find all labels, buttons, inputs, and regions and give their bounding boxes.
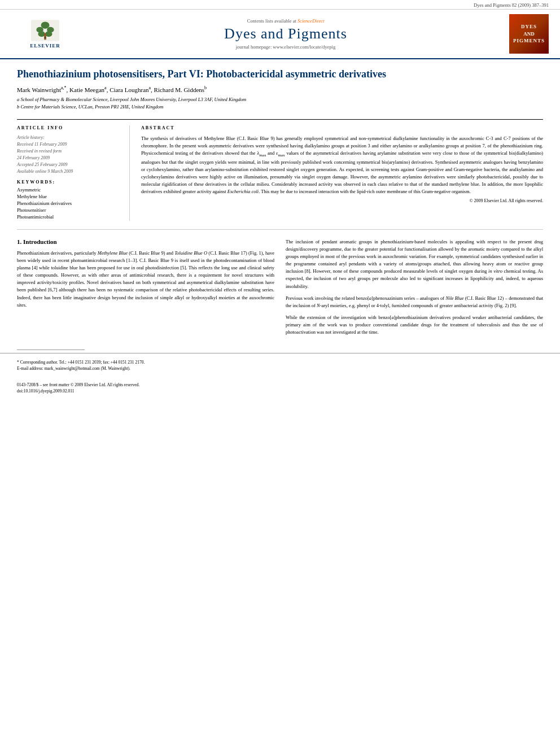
sciencedirect-line: Contents lists available at ScienceDirec… bbox=[85, 18, 487, 24]
in-vitro-italic: in vitro bbox=[488, 268, 502, 274]
footer-area: * Corresponding author. Tel.: +44 0151 2… bbox=[0, 353, 560, 381]
intro-right-para-3: While the extension of the investigation… bbox=[286, 314, 543, 337]
history-label: Article history: bbox=[17, 135, 121, 140]
affil-sup-a2: a bbox=[104, 85, 107, 90]
methylene-blue-italic: Methylene Blue bbox=[98, 250, 128, 256]
symmetrical-word: symmetrical bbox=[325, 136, 348, 141]
elsevier-text-label: ELSEVIER bbox=[30, 43, 60, 49]
ecoli-text: Escherichia coli bbox=[228, 189, 259, 194]
svg-rect-6 bbox=[44, 33, 46, 40]
keyword-2: Methylene blue bbox=[17, 194, 121, 199]
journal-header-center: Contents lists available at ScienceDirec… bbox=[85, 18, 487, 50]
intro-left-col: 1. Introduction Phenothiazinium derivati… bbox=[17, 238, 274, 341]
content-area: Phenothiazinium photosensitisers, Part V… bbox=[0, 59, 560, 350]
elsevier-tree-icon bbox=[31, 19, 59, 42]
top-bar: Dyes and Pigments 82 (2009) 387–391 bbox=[0, 0, 560, 10]
keywords-section: Keywords: Asymmetric Methylene blue Phen… bbox=[17, 180, 121, 220]
doi-area: 0143-7208/$ – see front matter © 2009 El… bbox=[0, 382, 560, 395]
introduction-section: 1. Introduction Phenothiazinium derivati… bbox=[17, 238, 543, 341]
affil-sup-b: b bbox=[204, 85, 207, 90]
author-1: Mark Wainwright bbox=[17, 86, 61, 93]
footnote-corresponding: * Corresponding author. Tel.: +44 0151 2… bbox=[17, 359, 543, 365]
affil-sup-a3: a bbox=[149, 85, 151, 90]
sciencedirect-label: Contents lists available at bbox=[247, 18, 296, 24]
keyword-3: Phenothiazinium derivatives bbox=[17, 200, 121, 206]
authors-line: Mark Wainwrighta,*, Katie Meegana, Ciara… bbox=[17, 85, 543, 93]
affil-sup-a1: a,* bbox=[61, 85, 67, 90]
affiliation-b: b Centre for Materials Science, UCLan, P… bbox=[17, 103, 543, 111]
footnote-email: E-mail address: mark_wainwright@hotmail.… bbox=[17, 365, 543, 372]
abstract-text: The synthesis of derivatives of Methylen… bbox=[141, 135, 543, 196]
article-history: Article history: Received 11 February 20… bbox=[17, 135, 121, 174]
svg-point-7 bbox=[45, 37, 46, 38]
elsevier-logo: ELSEVIER bbox=[17, 17, 73, 51]
journal-logo-box: DYES AND PIGMENTS bbox=[509, 14, 549, 54]
author-2: Katie Meegan bbox=[69, 86, 104, 93]
keywords-label: Keywords: bbox=[17, 180, 121, 185]
doi-rights: 0143-7208/$ – see front matter © 2009 El… bbox=[17, 382, 543, 388]
keyword-5: Photoantimicrobial bbox=[17, 214, 121, 220]
footnote-divider bbox=[17, 350, 85, 350]
history-item-2: Received in revised form bbox=[17, 148, 121, 154]
doi-number: doi:10.1016/j.dyepig.2009.02.011 bbox=[17, 388, 543, 394]
journal-ref: Dyes and Pigments 82 (2009) 387–391 bbox=[474, 2, 549, 8]
intro-para-1: Phenothiazinium derivatives, particularl… bbox=[17, 250, 274, 309]
keyword-1: Asymmetric bbox=[17, 187, 121, 193]
article-info-abstract: ARTICLE INFO Article history: Received 1… bbox=[17, 119, 543, 221]
intro-right-col: The inclusion of pendant aromatic groups… bbox=[286, 238, 543, 341]
history-item-5: Available online 9 March 2009 bbox=[17, 169, 121, 174]
right-column: ABSTRACT The synthesis of derivatives of… bbox=[141, 125, 543, 221]
logo-line-1: DYES bbox=[521, 23, 537, 30]
intro-heading: 1. Introduction bbox=[17, 238, 274, 245]
nile-blue-italic: Nile Blue bbox=[445, 295, 463, 301]
rather-word: rather bbox=[182, 167, 194, 172]
keyword-4: Photosensitiser bbox=[17, 207, 121, 213]
affiliations: a School of Pharmacy & Biomolecular Scie… bbox=[17, 96, 543, 111]
sciencedirect-name: ScienceDirect bbox=[298, 18, 324, 24]
logo-line-2: AND bbox=[523, 30, 535, 38]
article-title: Phenothiazinium photosensitisers, Part V… bbox=[17, 68, 543, 81]
left-column: ARTICLE INFO Article history: Received 1… bbox=[17, 125, 130, 221]
journal-header: ELSEVIER Contents lists available at Sci… bbox=[0, 10, 560, 59]
article-info-label: ARTICLE INFO bbox=[17, 125, 121, 130]
copyright-line: © 2009 Elsevier Ltd. All rights reserved… bbox=[141, 198, 543, 203]
journal-homepage: journal homepage: www.elsevier.com/locat… bbox=[85, 44, 487, 50]
author-4: Richard M. Giddens bbox=[154, 86, 205, 93]
history-item-4: Accepted 25 February 2009 bbox=[17, 162, 121, 167]
logo-line-3: PIGMENTS bbox=[513, 37, 545, 45]
page-wrapper: Dyes and Pigments 82 (2009) 387–391 bbox=[0, 0, 560, 395]
history-item-3: 24 February 2009 bbox=[17, 155, 121, 160]
elsevier-logo-area: ELSEVIER bbox=[11, 17, 79, 51]
journal-header-right: DYES AND PIGMENTS bbox=[492, 14, 549, 54]
intro-right-para-2: Previous work involving the related benz… bbox=[286, 295, 543, 309]
toluidine-blue-italic: Toluidine Blue O bbox=[174, 250, 207, 256]
section-divider bbox=[17, 229, 543, 230]
history-item-1: Received 11 February 2009 bbox=[17, 142, 121, 147]
intro-right-para-1: The inclusion of pendant aromatic groups… bbox=[286, 238, 543, 290]
abstract-label: ABSTRACT bbox=[141, 125, 543, 130]
affiliation-a: a School of Pharmacy & Biomolecular Scie… bbox=[17, 96, 543, 103]
journal-title: Dyes and Pigments bbox=[85, 25, 487, 42]
author-3: Ciara Loughran bbox=[110, 86, 148, 93]
